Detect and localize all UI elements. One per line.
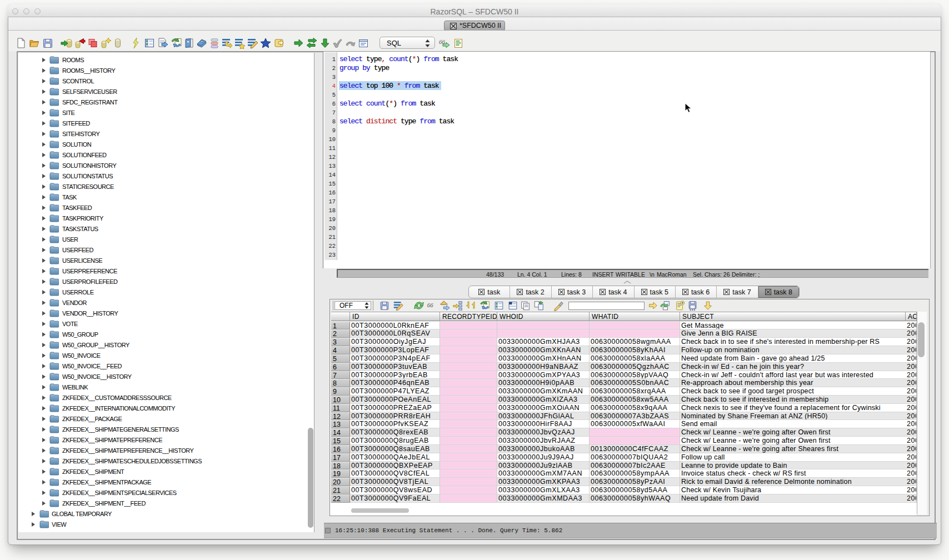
svg-text:66: 66 [427,302,433,308]
